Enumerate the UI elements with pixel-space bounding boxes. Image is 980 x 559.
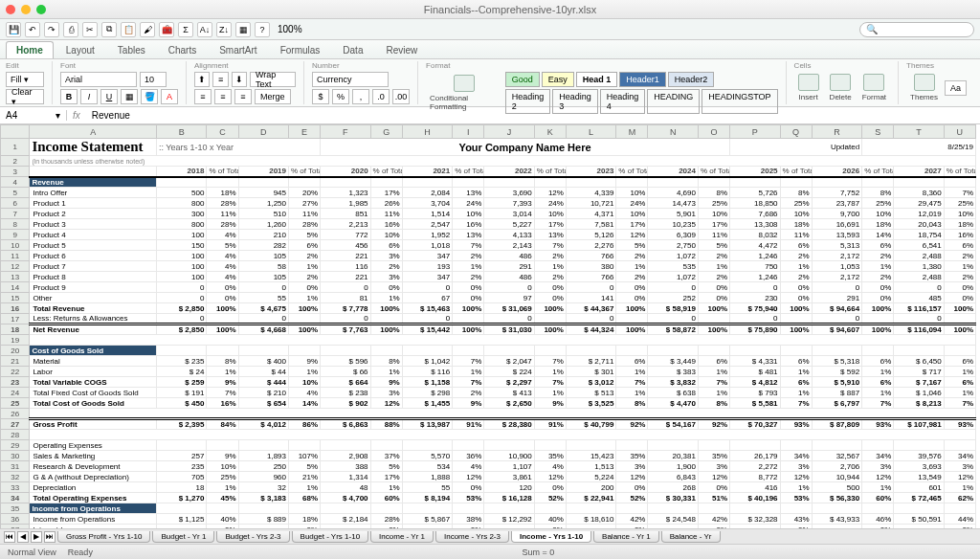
- worksheet-tab[interactable]: Income - Yrs 1-10: [511, 531, 591, 543]
- close-window-icon[interactable]: [6, 5, 15, 14]
- tab-nav-prev-icon[interactable]: ◀: [17, 531, 29, 543]
- decrease-decimal-icon[interactable]: .0: [372, 89, 390, 104]
- tab-tables[interactable]: Tables: [107, 41, 156, 58]
- toolbox-icon[interactable]: 🧰: [159, 22, 174, 37]
- print-icon[interactable]: ⎙: [63, 22, 78, 37]
- cell-styles-gallery[interactable]: Good Easy Head 1 Header1 Header2 Heading…: [505, 72, 778, 114]
- fx-icon[interactable]: fx: [67, 110, 86, 121]
- status-sum: Sum = 0: [523, 548, 555, 557]
- formula-input[interactable]: Revenue: [86, 110, 136, 121]
- paste-icon[interactable]: 📋: [121, 22, 136, 37]
- window-controls: [6, 5, 46, 14]
- name-box[interactable]: A4▾: [0, 110, 67, 121]
- align-left-icon[interactable]: ≡: [194, 89, 212, 104]
- maximize-window-icon[interactable]: [36, 5, 46, 14]
- font-color-button[interactable]: A: [161, 89, 178, 104]
- sort-desc-icon[interactable]: Z↓: [216, 22, 232, 37]
- status-bar: Normal View Ready Sum = 0: [0, 544, 980, 559]
- increase-decimal-icon[interactable]: .00: [392, 89, 410, 104]
- tab-nav-first-icon[interactable]: ⏮: [4, 531, 15, 543]
- style-head1[interactable]: Head 1: [576, 72, 618, 87]
- sigma-icon[interactable]: Σ: [178, 22, 193, 37]
- tab-charts[interactable]: Charts: [158, 41, 207, 58]
- font-size-select[interactable]: 10: [140, 72, 167, 87]
- clear-dropdown[interactable]: Clear ▾: [6, 89, 44, 104]
- italic-button[interactable]: I: [80, 89, 98, 104]
- tab-nav-next-icon[interactable]: ▶: [31, 531, 42, 543]
- group-themes-label: Themes: [906, 61, 967, 70]
- group-number-label: Number: [312, 61, 410, 70]
- style-heading3[interactable]: Heading 3: [552, 89, 598, 114]
- style-easy[interactable]: Easy: [542, 72, 574, 87]
- currency-icon[interactable]: $: [312, 89, 329, 104]
- number-format-select[interactable]: Currency: [312, 72, 389, 87]
- tab-review[interactable]: Review: [375, 41, 428, 58]
- quick-access-toolbar: 💾 ↶ ↷ ⎙ ✂ ⧉ 📋 🖌 🧰 Σ A↓ Z↓ ▦ ? 100% 🔍: [0, 19, 980, 40]
- worksheet-tab[interactable]: Income - Yrs 2-3: [435, 531, 509, 543]
- delete-icon: [830, 74, 851, 91]
- worksheet-tab[interactable]: Budget - Yr 1: [152, 531, 214, 543]
- redo-icon[interactable]: ↷: [44, 22, 59, 37]
- status-ready: Ready: [68, 548, 93, 557]
- underline-button[interactable]: U: [100, 89, 118, 104]
- style-good[interactable]: Good: [505, 72, 540, 87]
- themes-aa-button[interactable]: Aa: [945, 80, 967, 96]
- worksheet-grid[interactable]: ABCDEFGHIJKLMNOPQRSTU1Income Statement::…: [0, 124, 980, 534]
- delete-cells-button[interactable]: Delete: [826, 72, 856, 103]
- style-heading[interactable]: HEADING: [647, 89, 700, 114]
- tab-formulas[interactable]: Formulas: [270, 41, 331, 58]
- style-header2[interactable]: Header2: [668, 72, 715, 87]
- save-icon[interactable]: 💾: [6, 22, 21, 37]
- gallery-icon[interactable]: ▦: [235, 22, 251, 37]
- insert-cells-button[interactable]: Insert: [794, 72, 823, 103]
- worksheet-tab[interactable]: Balance - Yr: [661, 531, 721, 543]
- style-headingstop[interactable]: HEADINGSTOP: [702, 89, 777, 114]
- zoom-level[interactable]: 100%: [278, 24, 302, 34]
- worksheet-tab[interactable]: Budget - Yrs 1-10: [292, 531, 369, 543]
- undo-icon[interactable]: ↶: [25, 22, 40, 37]
- group-cells-label: Cells: [794, 61, 890, 70]
- group-format-label: Format: [426, 61, 778, 70]
- group-font-label: Font: [60, 61, 178, 70]
- group-edit-label: Edit: [6, 61, 44, 70]
- align-center-icon[interactable]: ≡: [214, 89, 232, 104]
- themes-button[interactable]: Themes: [906, 72, 942, 103]
- copy-icon[interactable]: ⧉: [101, 22, 117, 37]
- worksheet-tab[interactable]: Income - Yr 1: [370, 531, 434, 543]
- ribbon-tabs: Home Layout Tables Charts SmartArt Formu…: [0, 40, 980, 59]
- merge-button[interactable]: Merge: [255, 89, 291, 104]
- comma-icon[interactable]: ,: [352, 89, 369, 104]
- minimize-window-icon[interactable]: [21, 5, 31, 14]
- tab-data[interactable]: Data: [332, 41, 373, 58]
- border-button[interactable]: ▦: [121, 89, 138, 104]
- fill-color-button[interactable]: 🪣: [141, 89, 158, 104]
- view-mode[interactable]: Normal View: [8, 548, 56, 557]
- conditional-formatting-button[interactable]: Conditional Formatting: [426, 73, 502, 113]
- style-heading2[interactable]: Heading 2: [505, 89, 551, 114]
- percent-icon[interactable]: %: [332, 89, 349, 104]
- align-bottom-icon[interactable]: ⬇: [232, 72, 247, 87]
- style-header1[interactable]: Header1: [619, 72, 666, 87]
- format-painter-icon[interactable]: 🖌: [140, 22, 155, 37]
- tab-nav-last-icon[interactable]: ⏭: [44, 531, 56, 543]
- bold-button[interactable]: B: [60, 89, 78, 104]
- worksheet-tab[interactable]: Budget - Yrs 2-3: [216, 531, 289, 543]
- align-right-icon[interactable]: ≡: [234, 89, 252, 104]
- tab-home[interactable]: Home: [6, 41, 54, 58]
- fill-dropdown[interactable]: Fill ▾: [6, 72, 44, 87]
- style-heading4[interactable]: Heading 4: [600, 89, 646, 114]
- align-top-icon[interactable]: ⬆: [194, 72, 210, 87]
- ribbon-body: Edit Fill ▾ Clear ▾ Font Arial 10 B I U …: [0, 59, 980, 107]
- search-input[interactable]: 🔍: [859, 22, 974, 37]
- font-name-select[interactable]: Arial: [60, 72, 137, 87]
- worksheet-tab[interactable]: Balance - Yr 1: [593, 531, 659, 543]
- tab-smartart[interactable]: SmartArt: [209, 41, 267, 58]
- worksheet-tab[interactable]: Gross Profit - Yrs 1-10: [57, 531, 150, 543]
- help-icon[interactable]: ?: [255, 22, 270, 37]
- cut-icon[interactable]: ✂: [82, 22, 98, 37]
- wrap-text-button[interactable]: Wrap Text: [250, 72, 296, 87]
- format-cells-button[interactable]: Format: [858, 72, 890, 103]
- sort-asc-icon[interactable]: A↓: [197, 22, 212, 37]
- tab-layout[interactable]: Layout: [56, 41, 105, 58]
- align-middle-icon[interactable]: ≡: [212, 72, 228, 87]
